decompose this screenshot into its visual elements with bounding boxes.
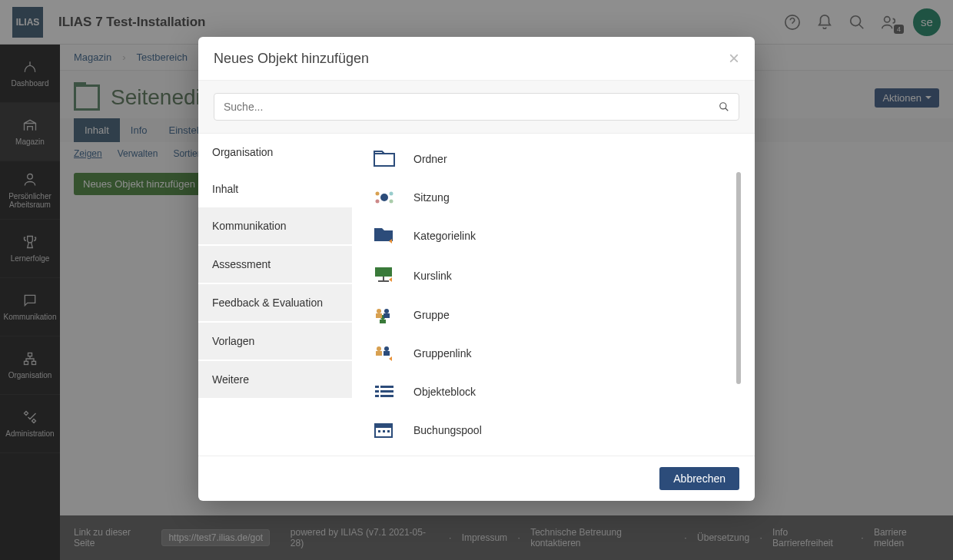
close-icon[interactable]: × [729, 49, 739, 68]
category-item[interactable]: Weitere [198, 361, 352, 398]
object-item[interactable]: Gruppe [370, 296, 736, 334]
svg-rect-26 [376, 351, 382, 356]
svg-point-18 [377, 309, 381, 313]
svg-rect-37 [383, 430, 385, 432]
category-list: Organisation Inhalt Kommunikation Assess… [198, 134, 352, 456]
search-box [214, 93, 739, 121]
object-block-icon [374, 383, 395, 400]
cancel-button[interactable]: Abbrechen [659, 467, 739, 490]
object-item[interactable]: Gruppenlink [370, 334, 736, 373]
svg-rect-27 [384, 351, 390, 356]
svg-point-19 [384, 309, 389, 313]
search-icon[interactable] [719, 101, 729, 112]
svg-point-7 [720, 103, 726, 109]
object-item[interactable]: Sitzung [370, 178, 736, 217]
modal-footer: Abbrechen [198, 456, 755, 501]
svg-rect-15 [375, 267, 392, 277]
svg-rect-38 [387, 430, 390, 432]
svg-rect-17 [378, 280, 389, 282]
svg-rect-36 [378, 430, 380, 432]
object-item[interactable]: Kategorielink [370, 217, 736, 255]
folder-icon [374, 151, 395, 167]
svg-rect-23 [380, 320, 386, 323]
svg-point-24 [377, 346, 381, 351]
svg-rect-21 [376, 313, 382, 318]
object-item[interactable]: Ordner [370, 140, 736, 178]
object-list[interactable]: Ordner Sitzung Kategorielink Kurslink Gr… [352, 134, 755, 456]
svg-rect-35 [375, 424, 392, 428]
svg-point-25 [384, 346, 389, 351]
svg-rect-30 [375, 390, 379, 393]
svg-point-12 [376, 200, 380, 204]
object-item[interactable]: Buchungspool [370, 411, 736, 449]
category-item[interactable]: Inhalt [198, 171, 352, 207]
session-icon [374, 189, 395, 206]
object-item[interactable]: Objekteblock [370, 373, 736, 411]
svg-point-10 [376, 192, 380, 196]
svg-rect-28 [375, 386, 379, 388]
svg-point-9 [380, 194, 388, 201]
svg-rect-8 [374, 154, 394, 166]
svg-rect-31 [380, 390, 393, 393]
course-link-icon [374, 266, 395, 285]
scrollbar[interactable] [736, 172, 741, 384]
svg-rect-14 [374, 230, 393, 241]
svg-rect-22 [384, 313, 390, 318]
category-item[interactable]: Vorlagen [198, 323, 352, 360]
svg-point-13 [390, 200, 393, 204]
category-item[interactable]: Kommunikation [198, 207, 352, 244]
category-item[interactable]: Organisation [198, 134, 352, 171]
group-icon [374, 307, 395, 323]
modal-search [198, 81, 755, 134]
group-link-icon [374, 345, 395, 362]
category-item[interactable]: Assessment [198, 246, 352, 283]
modal-head: Neues Objekt hinzufügen × [198, 37, 755, 81]
svg-rect-29 [380, 386, 393, 388]
search-input[interactable] [224, 101, 719, 113]
modal-title: Neues Objekt hinzufügen [214, 51, 369, 67]
category-link-icon [374, 227, 395, 244]
calendar-icon [374, 422, 395, 439]
category-item[interactable]: Feedback & Evaluation [198, 284, 352, 321]
svg-rect-33 [380, 395, 393, 397]
modal-body: Organisation Inhalt Kommunikation Assess… [198, 134, 755, 456]
svg-rect-32 [375, 395, 379, 397]
object-item[interactable]: Kurslink [370, 255, 736, 296]
svg-point-11 [390, 192, 393, 196]
modal: Neues Objekt hinzufügen × Organisation I… [198, 37, 755, 501]
